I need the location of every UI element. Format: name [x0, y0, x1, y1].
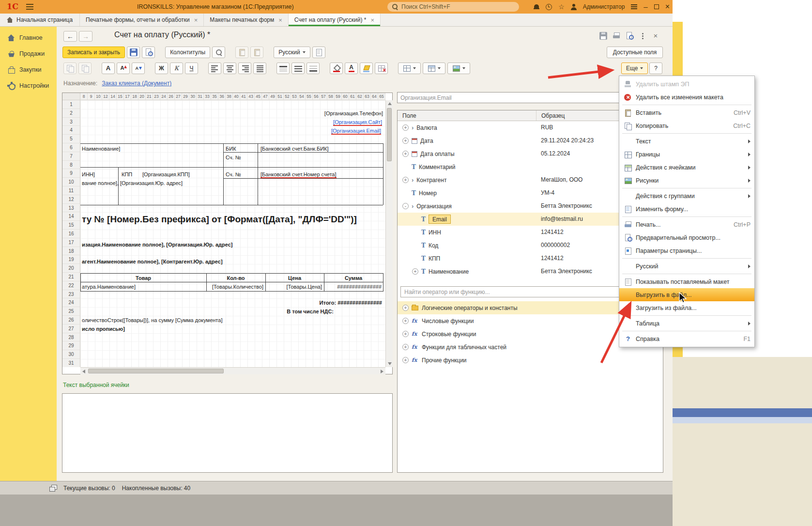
column-number[interactable]: 63 — [364, 93, 371, 100]
sheet-cell[interactable]: исло прописью] — [82, 325, 125, 333]
column-number[interactable]: 27 — [175, 93, 182, 100]
home-tab[interactable]: Начальная страница — [0, 14, 80, 26]
column-number[interactable]: 54 — [298, 93, 306, 100]
sheet-cell[interactable]: оличествоСтрок([Товары])], на сумму [Сум… — [82, 316, 222, 325]
menu-item[interactable]: Загрузить из файла... — [619, 301, 754, 314]
history-icon[interactable] — [546, 4, 552, 10]
font-increase-button[interactable]: А — [117, 62, 130, 74]
expand-icon[interactable]: + — [402, 138, 409, 144]
page-layout-button[interactable] — [312, 46, 325, 58]
column-number[interactable]: 61 — [349, 93, 356, 100]
font-decrease-button[interactable]: А — [132, 62, 145, 74]
row-number[interactable]: 11 — [62, 186, 80, 195]
sheet-cell[interactable]: [Организация.Сайт] — [243, 118, 382, 126]
column-number[interactable]: 26 — [168, 93, 175, 100]
column-number[interactable]: 18 — [131, 93, 138, 100]
menu-item[interactable]: Русский — [619, 260, 754, 273]
column-number[interactable]: 30 — [189, 93, 197, 100]
save-button[interactable] — [127, 46, 140, 58]
menu-item[interactable]: КопироватьCtrl+C — [619, 119, 754, 132]
column-headers[interactable]: 8910121415171820212324262729303133353638… — [80, 93, 385, 100]
sheet-cell[interactable]: ############### — [324, 283, 382, 291]
column-number[interactable]: 36 — [218, 93, 226, 100]
sheet-cell[interactable]: агент.Наименование полное], [Контрагент.… — [82, 258, 223, 266]
column-number[interactable]: 60 — [342, 93, 349, 100]
menu-item[interactable]: ?СправкаF1 — [619, 332, 754, 345]
column-number[interactable]: 49 — [269, 93, 276, 100]
sheet-cell[interactable]: ту № [Номер.Без префикса] от [Формат([Да… — [82, 214, 385, 226]
copy-format-button[interactable] — [78, 62, 92, 74]
font-button[interactable]: А — [102, 62, 115, 74]
row-number[interactable]: 29 — [62, 341, 80, 350]
favorites-icon[interactable]: ☆ — [558, 3, 565, 10]
sheet-cell[interactable]: [Организация.Email] — [243, 127, 381, 135]
paste-special-button[interactable] — [250, 46, 263, 58]
menu-item[interactable]: Текст — [619, 135, 754, 148]
hscroll-thumb[interactable] — [88, 369, 224, 373]
row-headers[interactable]: 1234567891011121314151617181920212223242… — [62, 100, 80, 367]
scroll-left-icon[interactable] — [82, 370, 85, 373]
column-number[interactable]: 47 — [262, 93, 269, 100]
function-group[interactable]: +fxПрочие функции — [398, 354, 662, 367]
column-number[interactable]: 62 — [356, 93, 364, 100]
sheet-cell[interactable]: БИК — [226, 145, 236, 153]
scroll-right-icon[interactable] — [381, 370, 383, 373]
sheet-corner[interactable] — [62, 93, 80, 100]
table-style-dropdown[interactable] — [423, 62, 445, 74]
fill-color-button[interactable] — [330, 62, 343, 74]
column-number[interactable]: 29 — [182, 93, 189, 100]
minimize-button[interactable]: – — [643, 4, 647, 10]
row-number[interactable]: 6 — [62, 143, 80, 152]
sheet-grid[interactable]: [Организация.Телефон][Организация.Сайт][… — [80, 100, 385, 367]
align-left-button[interactable] — [208, 62, 221, 74]
column-number[interactable]: 52 — [284, 93, 291, 100]
column-number[interactable]: 40 — [233, 93, 240, 100]
column-number[interactable]: 59 — [335, 93, 342, 100]
row-number[interactable]: 28 — [62, 333, 80, 342]
expand-icon[interactable]: + — [412, 268, 418, 275]
horizontal-scrollbar[interactable] — [80, 367, 385, 374]
vscroll-thumb[interactable] — [387, 108, 392, 161]
help-button[interactable]: ? — [649, 62, 662, 74]
menu-item[interactable]: Действия с ячейками — [619, 161, 754, 174]
paste-button[interactable] — [235, 46, 248, 58]
row-number[interactable]: 17 — [62, 238, 80, 247]
tab-3[interactable]: Счет на оплату (Русский) *× — [289, 14, 381, 26]
tab-close-icon[interactable]: × — [194, 17, 198, 23]
more-vert-icon[interactable] — [639, 32, 646, 40]
column-number[interactable]: 58 — [327, 93, 335, 100]
row-number[interactable]: 31 — [62, 359, 80, 367]
sheet-cell[interactable]: Кол-во — [206, 274, 265, 282]
scroll-down-icon[interactable] — [388, 362, 392, 365]
align-center-button[interactable] — [223, 62, 236, 74]
sheet-cell[interactable]: [Товары.Цена] — [265, 283, 322, 291]
menu-item[interactable]: Таблица — [619, 317, 754, 330]
border-bottom-button[interactable] — [306, 62, 320, 74]
column-number[interactable]: 38 — [226, 93, 233, 100]
row-number[interactable]: 26 — [62, 316, 80, 325]
menu-item[interactable]: Выгрузить в файл... — [619, 288, 754, 301]
column-number[interactable]: 15 — [117, 93, 124, 100]
maximize-button[interactable] — [654, 4, 659, 9]
column-number[interactable]: 45 — [255, 93, 262, 100]
clear-cells-button[interactable] — [375, 62, 388, 74]
row-number[interactable]: 5 — [62, 135, 80, 143]
menu-item[interactable]: Изменить форму... — [619, 202, 754, 216]
selected-cell-text-input[interactable] — [62, 393, 393, 473]
border-top-button[interactable] — [276, 62, 290, 74]
row-number[interactable]: 3 — [62, 118, 80, 126]
row-number[interactable]: 21 — [62, 273, 80, 281]
picture-dropdown[interactable] — [447, 62, 470, 74]
expand-icon[interactable]: + — [402, 305, 409, 311]
sheet-cell[interactable]: В том числе НДС: — [194, 308, 334, 316]
column-number[interactable]: 12 — [102, 93, 109, 100]
row-number[interactable]: 7 — [62, 152, 80, 161]
column-number[interactable]: 41 — [240, 93, 247, 100]
column-number[interactable]: 55 — [306, 93, 313, 100]
row-number[interactable]: 9 — [62, 169, 80, 178]
save-and-close-button[interactable]: Записать и закрыть — [62, 46, 125, 58]
menu-item[interactable]: Удалить штамп ЭП — [619, 77, 754, 91]
column-number[interactable]: 43 — [247, 93, 255, 100]
headers-footers-button[interactable]: Колонтитулы — [165, 46, 210, 58]
sidebar-item-sales[interactable]: Продажи — [0, 46, 57, 62]
